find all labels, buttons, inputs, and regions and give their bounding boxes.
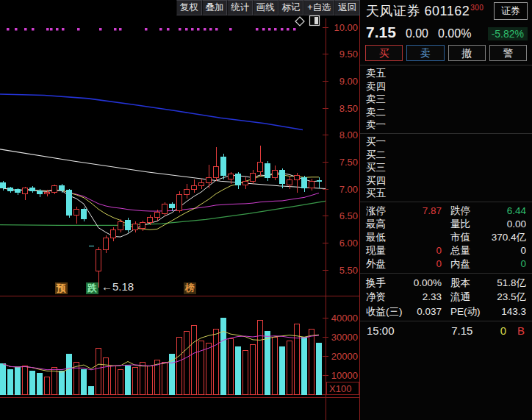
volume-bar-down [280, 346, 285, 394]
alert-button[interactable]: 警 [489, 45, 527, 61]
bid-level-5[interactable]: 买五 [360, 187, 532, 200]
cancel-order-button[interactable]: 撤 [448, 45, 486, 61]
stat-value: 6.44 [489, 204, 526, 218]
volume-bar-down [30, 371, 35, 394]
bid-level-4[interactable]: 买四 [360, 174, 532, 188]
kline-chart[interactable]: ←5.1810.009.509.008.508.007.507.006.506.… [0, 0, 360, 420]
candle-up [177, 195, 182, 211]
volume-bar-up [118, 369, 123, 394]
signal-dot [262, 28, 265, 31]
price-axis-label: 9.00 [339, 76, 358, 87]
volume-bar-up [243, 350, 248, 394]
ask-level-1[interactable]: 卖一 [360, 118, 532, 132]
toolbar-draw-line[interactable]: 画线 [253, 0, 278, 15]
tag-forecast[interactable]: 预 [55, 282, 68, 294]
volume-bar-up [192, 326, 197, 394]
candle-down [30, 188, 35, 191]
volume-bar-down [89, 387, 94, 394]
buy-button[interactable]: 买 [365, 45, 403, 61]
volume-bar-up [295, 324, 300, 394]
candle-down [8, 188, 13, 191]
stat-label: 市值 [450, 231, 489, 244]
signal-dot [293, 28, 296, 31]
candle-up [45, 193, 50, 194]
sector-tag-button[interactable]: 证券 [494, 2, 528, 20]
stat-row: 净资2.33流通23.5亿 [360, 290, 532, 305]
toolbar-back[interactable]: 返回 [334, 0, 360, 15]
volume-bar-down [37, 374, 43, 395]
volume-bar-up [23, 366, 28, 394]
stat-value: 23.5亿 [489, 290, 526, 305]
toolbar-add-watchlist[interactable]: +自选 [303, 0, 334, 15]
volume-bar-down [317, 343, 322, 394]
stat-label: 跌停 [450, 204, 489, 218]
stat-row: 最高量比0.00 [360, 218, 532, 231]
candle-up [206, 177, 212, 182]
signal-dot [77, 28, 80, 31]
toolbar-overlay[interactable]: 叠加 [202, 0, 228, 15]
latest-tick-row[interactable]: 15:00 7.15 0 B [360, 321, 532, 339]
price-axis-label: 6.50 [339, 210, 358, 221]
stat-label: 最高 [366, 218, 404, 231]
ma-long-blue [0, 94, 303, 130]
stat-value: 370.4亿 [489, 231, 526, 244]
candle-down [126, 221, 131, 230]
signal-dot [119, 28, 122, 31]
candle-up [309, 181, 314, 188]
candle-down [1, 182, 6, 188]
signal-dot [99, 28, 102, 31]
stat-value: 0.00 [489, 218, 526, 231]
volume-axis-label: 30000 [331, 332, 358, 343]
stat-value: 0.00% [404, 276, 450, 291]
signal-dot [185, 28, 188, 31]
volume-bar-up [45, 377, 50, 394]
price-axis-label: 8.50 [339, 103, 358, 114]
ask-levels: 卖五卖四卖三卖二卖一 [360, 65, 532, 133]
candle-up [23, 188, 28, 193]
trade-button-row: 买卖撤警 [360, 42, 532, 65]
signal-dot [50, 28, 53, 31]
toolbar-marker[interactable]: 标记 [278, 0, 304, 15]
candle-down [82, 209, 87, 218]
volume-bar-up [287, 341, 292, 395]
toolbar-statistics[interactable]: 统计 [227, 0, 253, 15]
volume-bar-up [96, 349, 101, 394]
stat-value: 0 [404, 257, 450, 271]
tag-rank[interactable]: 榜 [184, 282, 196, 294]
bid-level-3[interactable]: 买三 [360, 161, 532, 174]
sell-button[interactable]: 卖 [406, 45, 444, 61]
signal-dot [274, 28, 277, 31]
ask-level-2[interactable]: 卖二 [360, 106, 532, 119]
ask-level-4[interactable]: 卖四 [360, 80, 532, 93]
candle-down [221, 157, 226, 176]
stat-label: 换手 [366, 276, 404, 291]
tag-fall[interactable]: 跌 [86, 282, 98, 294]
stat-value [404, 231, 450, 244]
candle-up [148, 217, 153, 222]
signal-dot [32, 28, 35, 31]
volume-bar-down [67, 355, 72, 394]
price-axis-label: 6.00 [339, 238, 358, 249]
price-axis-label: 7.50 [339, 157, 358, 168]
diamond-marker-icon[interactable] [295, 17, 304, 26]
tick-time: 15:00 [367, 324, 424, 337]
stat-label: 净资 [366, 290, 404, 305]
last-price: 7.15 [366, 24, 396, 41]
candle-down [15, 189, 21, 192]
volume-axis-label: 40000 [331, 313, 358, 324]
bid-level-2[interactable]: 买二 [360, 149, 532, 162]
bid-level-1[interactable]: 买一 [360, 135, 532, 149]
tick-flag: B [517, 324, 525, 337]
signal-dot [281, 28, 284, 31]
ask-level-3[interactable]: 卖三 [360, 93, 532, 106]
toolbar-adjust-rights[interactable]: 复权 [176, 0, 202, 15]
volume-bar-down [1, 364, 6, 394]
quote-header: 天风证券 601162300 证券 7.15 0.00 0.00% -5.82% [360, 0, 532, 42]
quote-panel: 天风证券 601162300 证券 7.15 0.00 0.00% -5.82%… [360, 0, 532, 420]
signal-dot [7, 28, 10, 31]
volume-bar-up [206, 343, 212, 394]
stat-label: 收益(三) [366, 305, 404, 319]
ask-level-5[interactable]: 卖五 [360, 67, 532, 80]
candle-up [133, 224, 138, 229]
signal-dot [179, 28, 181, 31]
